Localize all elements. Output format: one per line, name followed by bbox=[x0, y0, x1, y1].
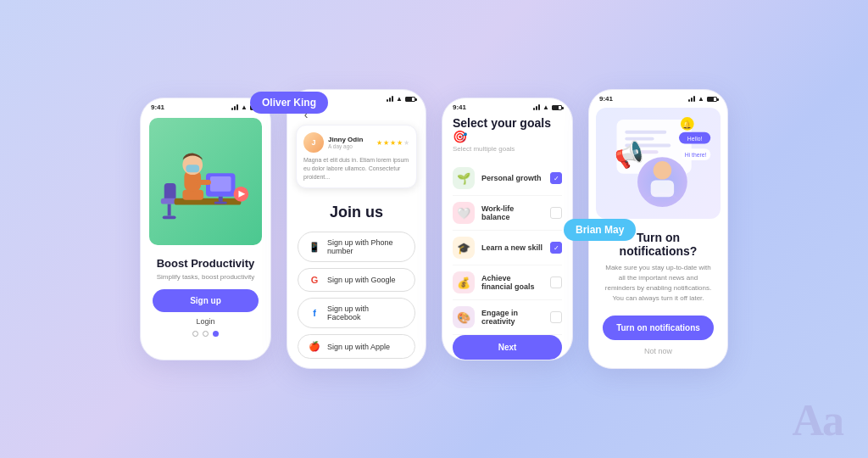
status-time-4: 9:41 bbox=[599, 95, 613, 103]
next-button[interactable]: Next bbox=[453, 335, 562, 360]
dot-3 bbox=[213, 331, 219, 337]
review-text: Magna et elit duis in. Etiam lorem ipsum… bbox=[303, 156, 409, 181]
svg-rect-3 bbox=[163, 215, 176, 219]
svg-text:Hello!: Hello! bbox=[687, 136, 703, 142]
goal-icon-1: 🌱 bbox=[453, 167, 475, 189]
svg-rect-13 bbox=[196, 180, 211, 185]
svg-rect-17 bbox=[625, 131, 666, 134]
reviewer-name: Jinny Odin bbox=[328, 136, 372, 143]
wifi-icon-2: ▲ bbox=[396, 95, 403, 103]
svg-rect-6 bbox=[210, 176, 231, 192]
status-icons-4: ▲ bbox=[688, 95, 717, 103]
goal-check-2[interactable] bbox=[550, 207, 562, 219]
facebook-icon: f bbox=[309, 308, 320, 318]
phone1-text: Boost Productivity Simplify tasks, boost… bbox=[141, 250, 270, 342]
notification-hero: 📢 Hello! Hi there! 🔔 bbox=[596, 108, 721, 219]
apple-icon: 🍎 bbox=[309, 341, 320, 352]
svg-rect-12 bbox=[186, 165, 199, 172]
brian-may-tooltip: Brian May bbox=[564, 219, 636, 241]
svg-text:🔔: 🔔 bbox=[682, 120, 693, 130]
goal-label-3: Learn a new skill bbox=[481, 243, 543, 252]
status-icons-3: ▲ bbox=[533, 103, 562, 111]
wifi-icon-4: ▲ bbox=[698, 95, 704, 103]
goal-icon-2: 🤍 bbox=[453, 202, 475, 224]
status-bar-3: 9:41 ▲ bbox=[442, 98, 572, 113]
goals-title: Select your goals 🎯 bbox=[453, 116, 562, 143]
dot-1 bbox=[192, 331, 198, 337]
terms-text: By signing up or signing in, you agree t… bbox=[287, 368, 426, 369]
goal-check-1[interactable]: ✓ bbox=[550, 172, 562, 184]
goal-check-3[interactable]: ✓ bbox=[550, 242, 562, 254]
wifi-icon: ▲ bbox=[241, 103, 248, 111]
reviewer: J Jinny Odin A day ago ★ ★ ★ ★ ★ bbox=[303, 132, 409, 153]
goal-item-2[interactable]: 🤍 Work-life balance bbox=[453, 196, 562, 231]
svg-rect-8 bbox=[214, 202, 227, 204]
page-dots bbox=[153, 331, 259, 337]
reviewer-info: Jinny Odin A day ago bbox=[328, 136, 372, 149]
dot-2 bbox=[203, 331, 209, 337]
reviewer-time: A day ago bbox=[328, 143, 372, 149]
svg-rect-23 bbox=[651, 181, 674, 198]
facebook-signup-button[interactable]: f Sign up with Facebook bbox=[298, 298, 415, 328]
phone1-content: Boost Productivity Simplify tasks, boost… bbox=[141, 113, 270, 355]
watermark: Aa bbox=[792, 395, 843, 445]
goal-item-4[interactable]: 💰 Achieve financial goals bbox=[453, 265, 562, 300]
login-link[interactable]: Login bbox=[153, 317, 259, 326]
google-signup-button[interactable]: G Sign up with Google bbox=[298, 268, 415, 292]
phone1-title: Boost Productivity bbox=[153, 257, 259, 270]
phone3-content: Select your goals 🎯 Select multiple goal… bbox=[442, 113, 572, 355]
goal-item-5[interactable]: 🎨 Engage in creativity bbox=[453, 300, 562, 335]
goal-check-5[interactable] bbox=[550, 311, 562, 323]
svg-text:Hi there!: Hi there! bbox=[685, 152, 707, 158]
goal-label-5: Engage in creativity bbox=[481, 309, 543, 326]
facebook-signup-label: Sign up with Facebook bbox=[327, 304, 404, 321]
notification-desc: Make sure you stay up-to-date with all t… bbox=[603, 263, 714, 304]
svg-rect-7 bbox=[219, 197, 223, 202]
goal-label-2: Work-life balance bbox=[481, 204, 543, 221]
status-icons-2: ▲ bbox=[387, 95, 415, 103]
notification-content: Turn on notifications? Make sure you sta… bbox=[589, 222, 727, 364]
hero-illustration bbox=[149, 118, 262, 245]
phone-icon: 📱 bbox=[309, 242, 320, 253]
goal-item-1[interactable]: 🌱 Personal growth ✓ bbox=[453, 161, 562, 196]
svg-rect-2 bbox=[168, 204, 171, 216]
goal-item-3[interactable]: 🎓 Learn a new skill ✓ bbox=[453, 231, 562, 265]
signup-button[interactable]: Sign up bbox=[153, 289, 259, 312]
phone1-subtitle: Simplify tasks, boost productivity bbox=[153, 273, 259, 281]
wifi-icon-3: ▲ bbox=[542, 103, 549, 111]
phone2-content: ‹ J Jinny Odin A day ago ★ ★ ★ ★ ★ bbox=[287, 104, 426, 364]
reviewer-avatar: J bbox=[303, 132, 324, 153]
status-bar-4: 9:41 ▲ bbox=[589, 90, 727, 104]
svg-point-22 bbox=[654, 161, 672, 180]
google-icon: G bbox=[309, 275, 320, 285]
goal-label-4: Achieve financial goals bbox=[481, 274, 543, 291]
apple-signup-label: Sign up with Apple bbox=[327, 343, 390, 351]
join-title: Join us bbox=[287, 204, 426, 221]
not-now-link[interactable]: Not now bbox=[603, 347, 714, 355]
status-time-1: 9:41 bbox=[151, 103, 164, 111]
phone-signup-label: Sign up with Phone number bbox=[327, 238, 404, 255]
review-card: J Jinny Odin A day ago ★ ★ ★ ★ ★ Magna e… bbox=[296, 125, 417, 188]
goal-icon-5: 🎨 bbox=[453, 306, 475, 328]
star-rating: ★ ★ ★ ★ ★ bbox=[376, 139, 409, 147]
phone-2: 9:41 ▲ ‹ J Jinny Odin A d bbox=[287, 89, 426, 369]
oliver-king-tooltip: Oliver King bbox=[250, 92, 328, 114]
enable-notifications-button[interactable]: Turn on notifications bbox=[603, 316, 714, 340]
phone-1: 9:41 ▲ bbox=[140, 98, 271, 360]
goal-check-4[interactable] bbox=[550, 276, 562, 288]
goals-subtitle: Select multiple goals bbox=[453, 145, 562, 153]
phone-3: 9:41 ▲ Select your goals 🎯 Select multip… bbox=[442, 98, 573, 360]
goal-icon-3: 🎓 bbox=[453, 237, 475, 259]
status-time-3: 9:41 bbox=[453, 103, 466, 111]
phone-signup-button[interactable]: 📱 Sign up with Phone number bbox=[298, 232, 415, 262]
apple-signup-button[interactable]: 🍎 Sign up with Apple bbox=[298, 334, 415, 359]
google-signup-label: Sign up with Google bbox=[327, 276, 396, 284]
goal-icon-4: 💰 bbox=[453, 271, 475, 293]
goal-label-1: Personal growth bbox=[481, 174, 543, 182]
